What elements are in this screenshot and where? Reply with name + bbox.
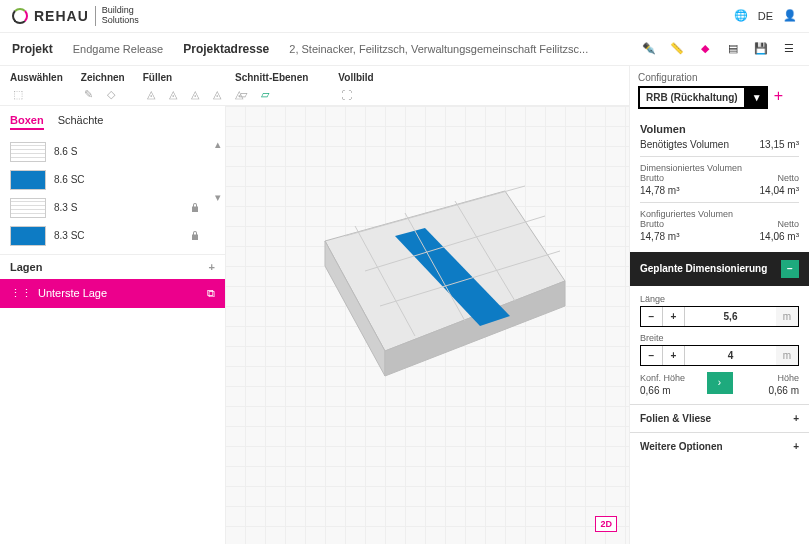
box-thumb-icon (10, 142, 46, 162)
config-value: RRB (Rückhaltung) (638, 86, 746, 109)
main-layout: Auswählen ⬚ Zeichnen ✎ ◇ Füllen ◬ ◬ ◬ ◬ … (0, 66, 809, 544)
draw-group: Zeichnen ✎ ◇ (81, 72, 125, 103)
length-input[interactable]: − + 5,6 m (640, 306, 799, 327)
section-title: Schnitt-Ebenen (235, 72, 308, 83)
pen-icon[interactable]: ✒️ (641, 41, 657, 57)
box-thumb-icon (10, 226, 46, 246)
app-header: REHAU Building Solutions 🌐 DE 👤 (0, 0, 809, 33)
bucket3-icon[interactable]: ◬ (187, 87, 203, 103)
volume-section: Volumen Benötigtes Volumen 13,15 m³ Dime… (630, 115, 809, 252)
project-name[interactable]: Endgame Release (73, 43, 164, 55)
box-tabs: Boxen Schächte (0, 106, 225, 134)
chevron-down-icon[interactable]: ▼ (746, 86, 768, 109)
config-select[interactable]: RRB (Rückhaltung) ▼ (638, 86, 768, 109)
box-item[interactable]: 8.3 SC (4, 222, 207, 250)
box-thumb-icon (10, 198, 46, 218)
more-options-accordion[interactable]: Weitere Optionen + (630, 432, 809, 460)
bucket2-icon[interactable]: ◬ (165, 87, 181, 103)
add-layer-icon[interactable]: + (209, 261, 215, 273)
fullscreen-group: Vollbild ⛶ (338, 72, 373, 103)
box-item[interactable]: 8.6 S (4, 138, 207, 166)
dim-brutto-value: 14,78 m³ (640, 185, 679, 196)
lock-icon (189, 230, 201, 242)
brand-logo: REHAU Building Solutions (12, 6, 139, 26)
layer-item[interactable]: ⋮⋮Unterste Lage ⧉ (0, 279, 225, 308)
konf-volume-label: Konfiguriertes Volumen (640, 209, 799, 219)
chevron-down-icon[interactable]: ▾ (215, 191, 221, 204)
increment-button[interactable]: + (663, 346, 685, 365)
dimensioning-header[interactable]: Geplante Dimensionierung − (630, 252, 809, 286)
brutto-label: Brutto (640, 173, 664, 183)
section2-icon[interactable]: ▱ (257, 87, 273, 103)
dim-volume-label: Dimensioniertes Volumen (640, 163, 799, 173)
unit-label: m (776, 346, 798, 365)
length-value[interactable]: 5,6 (685, 307, 776, 326)
tab-boxes[interactable]: Boxen (10, 114, 44, 130)
box-thumb-icon (10, 170, 46, 190)
collapse-icon[interactable]: − (781, 260, 799, 278)
address-value[interactable]: 2, Steinacker, Feilitzsch, Verwaltungsge… (289, 43, 588, 55)
view-2d-button[interactable]: 2D (595, 516, 617, 532)
plus-icon: + (793, 413, 799, 424)
user-icon[interactable]: 👤 (783, 9, 797, 22)
brand-name: REHAU (34, 8, 89, 24)
foils-accordion[interactable]: Folien & Vliese + (630, 404, 809, 432)
dimensioning-title: Geplante Dimensionierung (640, 263, 767, 274)
canvas-3d[interactable]: 2D (225, 106, 629, 544)
apply-button[interactable]: › (707, 372, 733, 394)
scroll-indicator[interactable]: ▴ ▾ (211, 134, 225, 254)
center-panel: Schnitt-Ebenen ▱ ▱ Vollbild ⛶ (225, 66, 629, 544)
width-value[interactable]: 4 (685, 346, 776, 365)
decrement-button[interactable]: − (641, 307, 663, 326)
height-value: 0,66 m (743, 385, 800, 396)
tab-shafts[interactable]: Schächte (58, 114, 104, 130)
section1-icon[interactable]: ▱ (235, 87, 251, 103)
layers-icon[interactable]: ◆ (697, 41, 713, 57)
save-icon[interactable]: 💾 (753, 41, 769, 57)
chevron-up-icon[interactable]: ▴ (215, 138, 221, 151)
layers-title: Lagen (10, 261, 42, 273)
left-panel: Auswählen ⬚ Zeichnen ✎ ◇ Füllen ◬ ◬ ◬ ◬ … (0, 66, 225, 544)
foils-label: Folien & Vliese (640, 413, 711, 424)
ruler-icon[interactable]: 📏 (669, 41, 685, 57)
model-3d[interactable] (285, 161, 585, 421)
draw-title: Zeichnen (81, 72, 125, 83)
config-label: Configuration (638, 72, 801, 83)
globe-icon[interactable]: 🌐 (734, 9, 748, 22)
box-item[interactable]: 8.6 SC (4, 166, 207, 194)
box-label: 8.3 S (54, 202, 77, 213)
bucket1-icon[interactable]: ◬ (143, 87, 159, 103)
fullscreen-title: Vollbild (338, 72, 373, 83)
height-label: Höhe (743, 373, 800, 383)
box-list: 8.6 S 8.6 SC 8.3 S 8.3 SC (0, 134, 211, 254)
menu-icon[interactable]: ☰ (781, 41, 797, 57)
increment-button[interactable]: + (663, 307, 685, 326)
unit-label: m (776, 307, 798, 326)
konf-height-value: 0,66 m (640, 385, 697, 396)
add-config-button[interactable]: + (768, 87, 789, 105)
drag-icon: ⋮⋮ (10, 287, 32, 300)
list-icon[interactable]: ▤ (725, 41, 741, 57)
view-tools: Schnitt-Ebenen ▱ ▱ Vollbild ⛶ (225, 66, 629, 106)
cursor-icon[interactable]: ⬚ (10, 87, 26, 103)
language-label[interactable]: DE (758, 10, 773, 22)
copy-icon[interactable]: ⧉ (207, 287, 215, 300)
req-volume-label: Benötigtes Volumen (640, 139, 729, 150)
header-actions: 🌐 DE 👤 (734, 9, 797, 22)
eraser-icon[interactable]: ◇ (103, 87, 119, 103)
expand-icon[interactable]: ⛶ (338, 87, 354, 103)
address-label: Projektadresse (183, 42, 269, 56)
konf-height-label: Konf. Höhe (640, 373, 697, 383)
box-label: 8.6 SC (54, 174, 85, 185)
width-input[interactable]: − + 4 m (640, 345, 799, 366)
decrement-button[interactable]: − (641, 346, 663, 365)
box-item[interactable]: 8.3 S (4, 194, 207, 222)
right-panel: Configuration RRB (Rückhaltung) ▼ + Volu… (629, 66, 809, 544)
layer-label: Unterste Lage (38, 287, 107, 299)
brand-subtitle: Building Solutions (95, 6, 139, 26)
layers-header: Lagen + (0, 254, 225, 279)
bucket4-icon[interactable]: ◬ (209, 87, 225, 103)
req-volume-value: 13,15 m³ (760, 139, 799, 150)
pencil-icon[interactable]: ✎ (81, 87, 97, 103)
more-label: Weitere Optionen (640, 441, 723, 452)
